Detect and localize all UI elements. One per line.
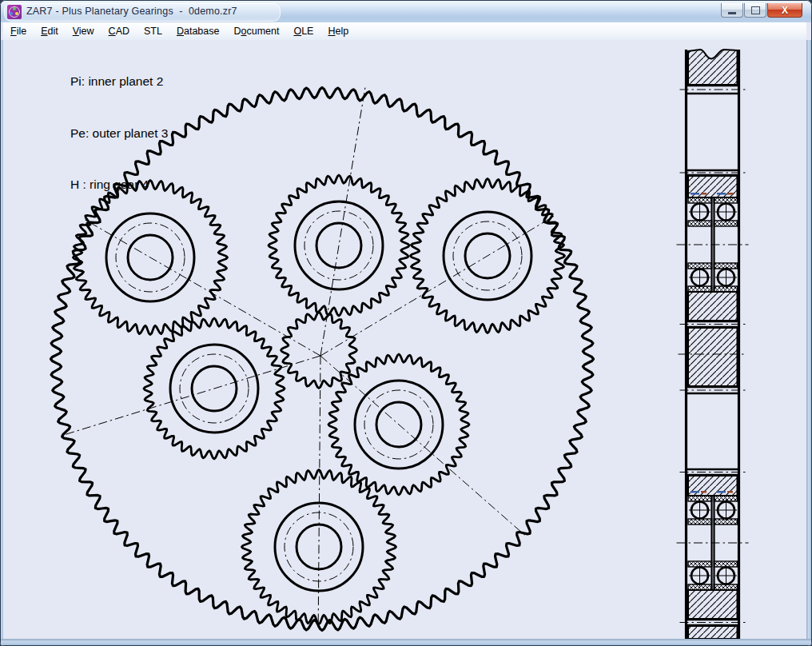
title-bar[interactable]: ZAR7 - Plus Planetary Gearings - 0demo.z… <box>1 1 811 22</box>
minimize-button[interactable] <box>721 3 743 18</box>
app-window: ZAR7 - Plus Planetary Gearings - 0demo.z… <box>0 0 812 646</box>
menu-item-help[interactable]: Help <box>320 23 356 39</box>
menu-item-stl[interactable]: STL <box>137 23 169 39</box>
menu-item-ole[interactable]: OLE <box>286 23 320 39</box>
menu-item-edit[interactable]: Edit <box>34 23 66 39</box>
window-title: ZAR7 - Plus Planetary Gearings - 0demo.z… <box>26 6 237 17</box>
close-icon: X <box>782 6 788 15</box>
close-button[interactable]: X <box>767 3 802 18</box>
menu-item-document[interactable]: Document <box>226 23 286 39</box>
menu-item-cad[interactable]: CAD <box>102 23 137 39</box>
window-frame-bottom <box>1 639 811 645</box>
menu-item-file[interactable]: File <box>3 23 34 39</box>
maximize-button[interactable] <box>744 3 766 18</box>
menu-item-view[interactable]: View <box>66 23 102 39</box>
window-frame-left <box>1 40 3 645</box>
maximize-icon <box>751 6 760 14</box>
planetary-gearing-drawing <box>3 40 806 639</box>
window-frame-right <box>806 40 811 645</box>
app-icon[interactable] <box>7 5 22 19</box>
minimize-icon <box>728 12 736 14</box>
menu-bar: FileEditViewCADSTLDatabaseDocumentOLEHel… <box>3 22 806 41</box>
drawing-canvas: Pi: inner planet 2 Pe: outer planet 3 H … <box>3 40 806 639</box>
menu-item-database[interactable]: Database <box>169 23 227 39</box>
